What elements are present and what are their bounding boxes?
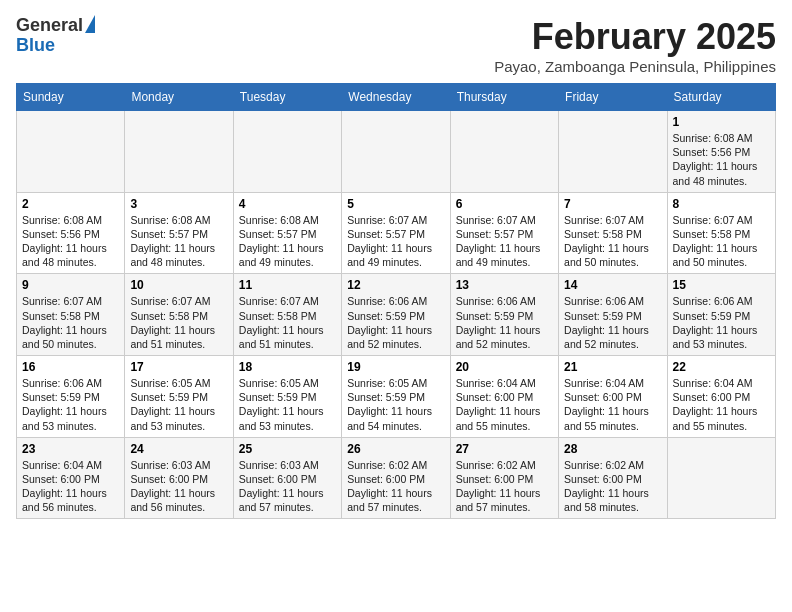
day-number: 4 bbox=[239, 197, 336, 211]
calendar-cell: 7Sunrise: 6:07 AM Sunset: 5:58 PM Daylig… bbox=[559, 192, 667, 274]
calendar-cell: 12Sunrise: 6:06 AM Sunset: 5:59 PM Dayli… bbox=[342, 274, 450, 356]
day-number: 24 bbox=[130, 442, 227, 456]
calendar-week-3: 9Sunrise: 6:07 AM Sunset: 5:58 PM Daylig… bbox=[17, 274, 776, 356]
calendar-cell: 10Sunrise: 6:07 AM Sunset: 5:58 PM Dayli… bbox=[125, 274, 233, 356]
day-number: 5 bbox=[347, 197, 444, 211]
day-info: Sunrise: 6:02 AM Sunset: 6:00 PM Dayligh… bbox=[347, 458, 444, 515]
weekday-header-saturday: Saturday bbox=[667, 84, 775, 111]
logo: General Blue bbox=[16, 16, 95, 56]
calendar-cell: 21Sunrise: 6:04 AM Sunset: 6:00 PM Dayli… bbox=[559, 356, 667, 438]
calendar-cell: 24Sunrise: 6:03 AM Sunset: 6:00 PM Dayli… bbox=[125, 437, 233, 519]
day-info: Sunrise: 6:07 AM Sunset: 5:58 PM Dayligh… bbox=[130, 294, 227, 351]
day-number: 14 bbox=[564, 278, 661, 292]
day-info: Sunrise: 6:03 AM Sunset: 6:00 PM Dayligh… bbox=[130, 458, 227, 515]
day-info: Sunrise: 6:02 AM Sunset: 6:00 PM Dayligh… bbox=[456, 458, 553, 515]
calendar-cell: 26Sunrise: 6:02 AM Sunset: 6:00 PM Dayli… bbox=[342, 437, 450, 519]
day-number: 11 bbox=[239, 278, 336, 292]
calendar-week-2: 2Sunrise: 6:08 AM Sunset: 5:56 PM Daylig… bbox=[17, 192, 776, 274]
calendar-cell: 17Sunrise: 6:05 AM Sunset: 5:59 PM Dayli… bbox=[125, 356, 233, 438]
day-info: Sunrise: 6:07 AM Sunset: 5:57 PM Dayligh… bbox=[347, 213, 444, 270]
calendar-week-4: 16Sunrise: 6:06 AM Sunset: 5:59 PM Dayli… bbox=[17, 356, 776, 438]
calendar-table: SundayMondayTuesdayWednesdayThursdayFrid… bbox=[16, 83, 776, 519]
weekday-header-thursday: Thursday bbox=[450, 84, 558, 111]
calendar-cell: 16Sunrise: 6:06 AM Sunset: 5:59 PM Dayli… bbox=[17, 356, 125, 438]
day-number: 27 bbox=[456, 442, 553, 456]
day-number: 23 bbox=[22, 442, 119, 456]
day-number: 26 bbox=[347, 442, 444, 456]
day-number: 12 bbox=[347, 278, 444, 292]
calendar-cell: 5Sunrise: 6:07 AM Sunset: 5:57 PM Daylig… bbox=[342, 192, 450, 274]
day-info: Sunrise: 6:05 AM Sunset: 5:59 PM Dayligh… bbox=[130, 376, 227, 433]
calendar-cell: 22Sunrise: 6:04 AM Sunset: 6:00 PM Dayli… bbox=[667, 356, 775, 438]
calendar-cell: 2Sunrise: 6:08 AM Sunset: 5:56 PM Daylig… bbox=[17, 192, 125, 274]
calendar-cell: 13Sunrise: 6:06 AM Sunset: 5:59 PM Dayli… bbox=[450, 274, 558, 356]
weekday-header-row: SundayMondayTuesdayWednesdayThursdayFrid… bbox=[17, 84, 776, 111]
day-number: 25 bbox=[239, 442, 336, 456]
day-info: Sunrise: 6:06 AM Sunset: 5:59 PM Dayligh… bbox=[22, 376, 119, 433]
day-info: Sunrise: 6:04 AM Sunset: 6:00 PM Dayligh… bbox=[456, 376, 553, 433]
day-number: 1 bbox=[673, 115, 770, 129]
day-info: Sunrise: 6:05 AM Sunset: 5:59 PM Dayligh… bbox=[347, 376, 444, 433]
calendar-cell: 15Sunrise: 6:06 AM Sunset: 5:59 PM Dayli… bbox=[667, 274, 775, 356]
day-info: Sunrise: 6:04 AM Sunset: 6:00 PM Dayligh… bbox=[22, 458, 119, 515]
calendar-cell: 23Sunrise: 6:04 AM Sunset: 6:00 PM Dayli… bbox=[17, 437, 125, 519]
day-info: Sunrise: 6:08 AM Sunset: 5:57 PM Dayligh… bbox=[130, 213, 227, 270]
day-info: Sunrise: 6:04 AM Sunset: 6:00 PM Dayligh… bbox=[673, 376, 770, 433]
weekday-header-friday: Friday bbox=[559, 84, 667, 111]
day-info: Sunrise: 6:03 AM Sunset: 6:00 PM Dayligh… bbox=[239, 458, 336, 515]
weekday-header-wednesday: Wednesday bbox=[342, 84, 450, 111]
day-info: Sunrise: 6:04 AM Sunset: 6:00 PM Dayligh… bbox=[564, 376, 661, 433]
day-number: 13 bbox=[456, 278, 553, 292]
calendar-cell: 9Sunrise: 6:07 AM Sunset: 5:58 PM Daylig… bbox=[17, 274, 125, 356]
day-number: 19 bbox=[347, 360, 444, 374]
calendar-cell: 14Sunrise: 6:06 AM Sunset: 5:59 PM Dayli… bbox=[559, 274, 667, 356]
page-header: General Blue February 2025 Payao, Zamboa… bbox=[16, 16, 776, 75]
calendar-cell bbox=[233, 111, 341, 193]
day-info: Sunrise: 6:06 AM Sunset: 5:59 PM Dayligh… bbox=[673, 294, 770, 351]
logo-triangle-icon bbox=[85, 15, 95, 33]
calendar-cell bbox=[342, 111, 450, 193]
day-info: Sunrise: 6:08 AM Sunset: 5:56 PM Dayligh… bbox=[673, 131, 770, 188]
calendar-cell: 1Sunrise: 6:08 AM Sunset: 5:56 PM Daylig… bbox=[667, 111, 775, 193]
day-number: 22 bbox=[673, 360, 770, 374]
day-number: 2 bbox=[22, 197, 119, 211]
calendar-cell: 28Sunrise: 6:02 AM Sunset: 6:00 PM Dayli… bbox=[559, 437, 667, 519]
calendar-cell: 27Sunrise: 6:02 AM Sunset: 6:00 PM Dayli… bbox=[450, 437, 558, 519]
calendar-week-5: 23Sunrise: 6:04 AM Sunset: 6:00 PM Dayli… bbox=[17, 437, 776, 519]
logo-general-text: General bbox=[16, 16, 83, 36]
day-info: Sunrise: 6:08 AM Sunset: 5:57 PM Dayligh… bbox=[239, 213, 336, 270]
day-info: Sunrise: 6:08 AM Sunset: 5:56 PM Dayligh… bbox=[22, 213, 119, 270]
day-info: Sunrise: 6:06 AM Sunset: 5:59 PM Dayligh… bbox=[456, 294, 553, 351]
day-number: 7 bbox=[564, 197, 661, 211]
day-info: Sunrise: 6:02 AM Sunset: 6:00 PM Dayligh… bbox=[564, 458, 661, 515]
day-number: 18 bbox=[239, 360, 336, 374]
calendar-cell bbox=[667, 437, 775, 519]
logo-blue-text: Blue bbox=[16, 36, 55, 56]
calendar-cell bbox=[17, 111, 125, 193]
calendar-cell: 19Sunrise: 6:05 AM Sunset: 5:59 PM Dayli… bbox=[342, 356, 450, 438]
day-number: 15 bbox=[673, 278, 770, 292]
calendar-cell: 20Sunrise: 6:04 AM Sunset: 6:00 PM Dayli… bbox=[450, 356, 558, 438]
day-info: Sunrise: 6:06 AM Sunset: 5:59 PM Dayligh… bbox=[347, 294, 444, 351]
calendar-cell: 18Sunrise: 6:05 AM Sunset: 5:59 PM Dayli… bbox=[233, 356, 341, 438]
day-number: 8 bbox=[673, 197, 770, 211]
weekday-header-monday: Monday bbox=[125, 84, 233, 111]
day-number: 20 bbox=[456, 360, 553, 374]
calendar-title: February 2025 bbox=[494, 16, 776, 58]
calendar-cell: 25Sunrise: 6:03 AM Sunset: 6:00 PM Dayli… bbox=[233, 437, 341, 519]
calendar-cell: 3Sunrise: 6:08 AM Sunset: 5:57 PM Daylig… bbox=[125, 192, 233, 274]
day-info: Sunrise: 6:06 AM Sunset: 5:59 PM Dayligh… bbox=[564, 294, 661, 351]
day-number: 28 bbox=[564, 442, 661, 456]
title-block: February 2025 Payao, Zamboanga Peninsula… bbox=[494, 16, 776, 75]
day-number: 9 bbox=[22, 278, 119, 292]
calendar-cell bbox=[559, 111, 667, 193]
day-info: Sunrise: 6:07 AM Sunset: 5:58 PM Dayligh… bbox=[239, 294, 336, 351]
day-info: Sunrise: 6:05 AM Sunset: 5:59 PM Dayligh… bbox=[239, 376, 336, 433]
calendar-subtitle: Payao, Zamboanga Peninsula, Philippines bbox=[494, 58, 776, 75]
calendar-cell: 11Sunrise: 6:07 AM Sunset: 5:58 PM Dayli… bbox=[233, 274, 341, 356]
calendar-cell bbox=[450, 111, 558, 193]
day-number: 21 bbox=[564, 360, 661, 374]
day-number: 6 bbox=[456, 197, 553, 211]
calendar-cell: 4Sunrise: 6:08 AM Sunset: 5:57 PM Daylig… bbox=[233, 192, 341, 274]
day-info: Sunrise: 6:07 AM Sunset: 5:58 PM Dayligh… bbox=[564, 213, 661, 270]
